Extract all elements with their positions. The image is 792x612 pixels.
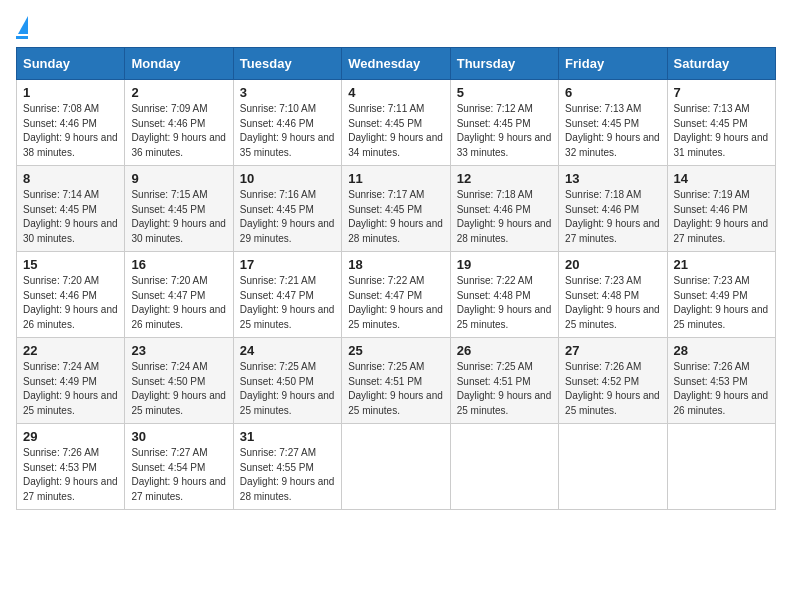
calendar-cell: 16 Sunrise: 7:20 AMSunset: 4:47 PMDaylig… [125,252,233,338]
day-number: 5 [457,85,552,100]
day-info: Sunrise: 7:24 AMSunset: 4:50 PMDaylight:… [131,361,226,416]
calendar-cell: 20 Sunrise: 7:23 AMSunset: 4:48 PMDaylig… [559,252,667,338]
calendar-header-monday: Monday [125,48,233,80]
calendar-cell: 12 Sunrise: 7:18 AMSunset: 4:46 PMDaylig… [450,166,558,252]
logo-underline [16,36,28,39]
calendar-cell: 25 Sunrise: 7:25 AMSunset: 4:51 PMDaylig… [342,338,450,424]
day-info: Sunrise: 7:27 AMSunset: 4:55 PMDaylight:… [240,447,335,502]
day-info: Sunrise: 7:27 AMSunset: 4:54 PMDaylight:… [131,447,226,502]
day-info: Sunrise: 7:26 AMSunset: 4:52 PMDaylight:… [565,361,660,416]
calendar-cell: 5 Sunrise: 7:12 AMSunset: 4:45 PMDayligh… [450,80,558,166]
day-number: 26 [457,343,552,358]
day-number: 7 [674,85,769,100]
calendar-cell: 3 Sunrise: 7:10 AMSunset: 4:46 PMDayligh… [233,80,341,166]
calendar-table: SundayMondayTuesdayWednesdayThursdayFrid… [16,47,776,510]
day-info: Sunrise: 7:20 AMSunset: 4:47 PMDaylight:… [131,275,226,330]
day-number: 17 [240,257,335,272]
day-number: 22 [23,343,118,358]
page-header [16,16,776,39]
calendar-header-tuesday: Tuesday [233,48,341,80]
calendar-body: 1 Sunrise: 7:08 AMSunset: 4:46 PMDayligh… [17,80,776,510]
day-info: Sunrise: 7:15 AMSunset: 4:45 PMDaylight:… [131,189,226,244]
calendar-cell: 1 Sunrise: 7:08 AMSunset: 4:46 PMDayligh… [17,80,125,166]
day-number: 15 [23,257,118,272]
calendar-cell: 21 Sunrise: 7:23 AMSunset: 4:49 PMDaylig… [667,252,775,338]
day-number: 25 [348,343,443,358]
day-info: Sunrise: 7:22 AMSunset: 4:48 PMDaylight:… [457,275,552,330]
calendar-cell: 2 Sunrise: 7:09 AMSunset: 4:46 PMDayligh… [125,80,233,166]
day-info: Sunrise: 7:13 AMSunset: 4:45 PMDaylight:… [565,103,660,158]
day-info: Sunrise: 7:08 AMSunset: 4:46 PMDaylight:… [23,103,118,158]
day-number: 2 [131,85,226,100]
calendar-cell: 7 Sunrise: 7:13 AMSunset: 4:45 PMDayligh… [667,80,775,166]
calendar-header-sunday: Sunday [17,48,125,80]
day-info: Sunrise: 7:22 AMSunset: 4:47 PMDaylight:… [348,275,443,330]
day-info: Sunrise: 7:18 AMSunset: 4:46 PMDaylight:… [565,189,660,244]
day-info: Sunrise: 7:25 AMSunset: 4:51 PMDaylight:… [457,361,552,416]
day-info: Sunrise: 7:26 AMSunset: 4:53 PMDaylight:… [23,447,118,502]
day-number: 6 [565,85,660,100]
day-number: 12 [457,171,552,186]
logo [16,16,28,39]
calendar-cell [342,424,450,510]
calendar-cell [450,424,558,510]
calendar-header-wednesday: Wednesday [342,48,450,80]
calendar-cell: 26 Sunrise: 7:25 AMSunset: 4:51 PMDaylig… [450,338,558,424]
calendar-week-row: 29 Sunrise: 7:26 AMSunset: 4:53 PMDaylig… [17,424,776,510]
calendar-week-row: 8 Sunrise: 7:14 AMSunset: 4:45 PMDayligh… [17,166,776,252]
day-number: 24 [240,343,335,358]
calendar-week-row: 1 Sunrise: 7:08 AMSunset: 4:46 PMDayligh… [17,80,776,166]
calendar-cell: 24 Sunrise: 7:25 AMSunset: 4:50 PMDaylig… [233,338,341,424]
day-number: 19 [457,257,552,272]
day-number: 13 [565,171,660,186]
calendar-cell [559,424,667,510]
day-number: 30 [131,429,226,444]
day-number: 20 [565,257,660,272]
day-number: 8 [23,171,118,186]
day-info: Sunrise: 7:18 AMSunset: 4:46 PMDaylight:… [457,189,552,244]
day-info: Sunrise: 7:24 AMSunset: 4:49 PMDaylight:… [23,361,118,416]
day-number: 16 [131,257,226,272]
day-info: Sunrise: 7:09 AMSunset: 4:46 PMDaylight:… [131,103,226,158]
calendar-week-row: 22 Sunrise: 7:24 AMSunset: 4:49 PMDaylig… [17,338,776,424]
day-number: 10 [240,171,335,186]
calendar-cell: 4 Sunrise: 7:11 AMSunset: 4:45 PMDayligh… [342,80,450,166]
calendar-cell: 15 Sunrise: 7:20 AMSunset: 4:46 PMDaylig… [17,252,125,338]
calendar-cell: 9 Sunrise: 7:15 AMSunset: 4:45 PMDayligh… [125,166,233,252]
calendar-cell: 27 Sunrise: 7:26 AMSunset: 4:52 PMDaylig… [559,338,667,424]
day-info: Sunrise: 7:23 AMSunset: 4:49 PMDaylight:… [674,275,769,330]
day-info: Sunrise: 7:12 AMSunset: 4:45 PMDaylight:… [457,103,552,158]
day-number: 21 [674,257,769,272]
calendar-cell: 19 Sunrise: 7:22 AMSunset: 4:48 PMDaylig… [450,252,558,338]
calendar-cell: 6 Sunrise: 7:13 AMSunset: 4:45 PMDayligh… [559,80,667,166]
day-number: 11 [348,171,443,186]
calendar-cell: 11 Sunrise: 7:17 AMSunset: 4:45 PMDaylig… [342,166,450,252]
calendar-header-thursday: Thursday [450,48,558,80]
day-number: 31 [240,429,335,444]
calendar-cell: 8 Sunrise: 7:14 AMSunset: 4:45 PMDayligh… [17,166,125,252]
calendar-cell: 18 Sunrise: 7:22 AMSunset: 4:47 PMDaylig… [342,252,450,338]
calendar-header-saturday: Saturday [667,48,775,80]
calendar-cell: 28 Sunrise: 7:26 AMSunset: 4:53 PMDaylig… [667,338,775,424]
day-info: Sunrise: 7:25 AMSunset: 4:50 PMDaylight:… [240,361,335,416]
calendar-cell: 23 Sunrise: 7:24 AMSunset: 4:50 PMDaylig… [125,338,233,424]
day-info: Sunrise: 7:19 AMSunset: 4:46 PMDaylight:… [674,189,769,244]
calendar-week-row: 15 Sunrise: 7:20 AMSunset: 4:46 PMDaylig… [17,252,776,338]
day-number: 14 [674,171,769,186]
calendar-cell: 10 Sunrise: 7:16 AMSunset: 4:45 PMDaylig… [233,166,341,252]
day-number: 23 [131,343,226,358]
day-info: Sunrise: 7:23 AMSunset: 4:48 PMDaylight:… [565,275,660,330]
calendar-cell: 31 Sunrise: 7:27 AMSunset: 4:55 PMDaylig… [233,424,341,510]
day-info: Sunrise: 7:26 AMSunset: 4:53 PMDaylight:… [674,361,769,416]
day-info: Sunrise: 7:17 AMSunset: 4:45 PMDaylight:… [348,189,443,244]
day-number: 9 [131,171,226,186]
day-number: 1 [23,85,118,100]
day-info: Sunrise: 7:25 AMSunset: 4:51 PMDaylight:… [348,361,443,416]
day-info: Sunrise: 7:20 AMSunset: 4:46 PMDaylight:… [23,275,118,330]
calendar-cell: 14 Sunrise: 7:19 AMSunset: 4:46 PMDaylig… [667,166,775,252]
calendar-header-row: SundayMondayTuesdayWednesdayThursdayFrid… [17,48,776,80]
calendar-header-friday: Friday [559,48,667,80]
day-info: Sunrise: 7:21 AMSunset: 4:47 PMDaylight:… [240,275,335,330]
day-number: 3 [240,85,335,100]
calendar-cell [667,424,775,510]
